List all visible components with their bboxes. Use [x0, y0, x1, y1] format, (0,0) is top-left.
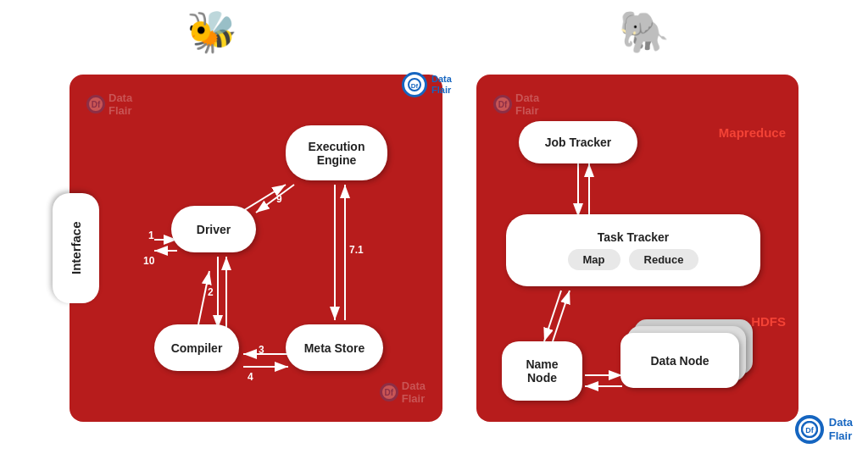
dataflair-logo: Df Data Flair: [795, 415, 853, 444]
hadoop-icon: 🐘: [619, 8, 670, 56]
jobtracker-node: Job Tracker: [519, 121, 637, 163]
hdfs-label: HDFS: [751, 314, 786, 329]
hive-arrows: [70, 75, 442, 422]
arrow-label-2: 2: [208, 286, 214, 298]
hive-diagram-box: Df DataFlair Df DataFlair: [70, 75, 442, 422]
dataflair-text-small: Data Flair: [431, 74, 452, 96]
reduce-node: Reduce: [629, 249, 699, 270]
map-node: Map: [568, 249, 620, 270]
svg-text:Df: Df: [805, 426, 814, 435]
datanode-front: Data Node: [620, 333, 739, 388]
mapreduce-label: Mapreduce: [719, 125, 786, 140]
svg-line-19: [544, 291, 561, 341]
dataflair-badge-small: Df: [402, 72, 427, 97]
arrow-label-1: 1: [148, 230, 154, 241]
arrow-label-9: 9: [276, 193, 282, 205]
execution-engine-node: Execution Engine: [286, 125, 387, 180]
svg-text:Df: Df: [411, 82, 419, 90]
dataflair-text: Data Flair: [829, 416, 853, 442]
tasktracker-label: Task Tracker: [598, 230, 670, 244]
interface-node: Interface: [53, 193, 99, 303]
svg-line-20: [553, 291, 570, 341]
compiler-node: Compiler: [154, 324, 239, 371]
metastore-node: Meta Store: [286, 324, 383, 371]
arrow-label-10: 10: [143, 255, 154, 267]
tasktracker-node: Task Tracker Map Reduce: [506, 214, 760, 286]
dataflair-badge: Df: [795, 415, 824, 444]
namenode-node: Name Node: [502, 341, 582, 401]
namenode-label: Name Node: [526, 357, 558, 385]
arrow-label-3: 3: [259, 344, 264, 356]
driver-node: Driver: [171, 206, 256, 252]
main-container: 🐝 🐘 Df Data Flair Df DataFlair Df DataFl…: [0, 0, 868, 454]
hadoop-diagram-box: Df DataFlair Mapreduce: [476, 75, 798, 422]
dataflair-top-logo: Df Data Flair: [402, 72, 452, 97]
task-inner-group: Map Reduce: [568, 249, 699, 270]
arrow-label-71: 7.1: [349, 244, 364, 256]
arrow-label-4: 4: [248, 371, 253, 383]
hive-icon: 🐝: [186, 8, 237, 56]
